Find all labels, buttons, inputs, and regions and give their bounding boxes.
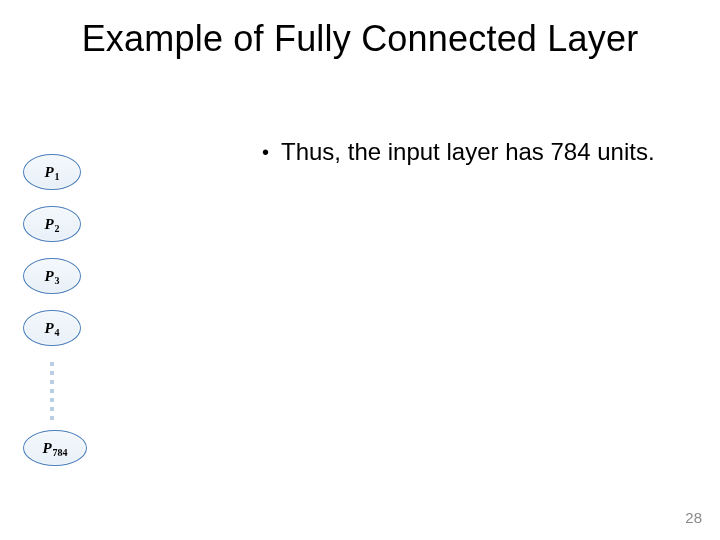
unit-node: P784	[23, 430, 87, 466]
dot-icon	[50, 389, 54, 393]
unit-sub: 2	[55, 223, 60, 234]
unit-node: P1	[23, 154, 81, 190]
unit-sub: 3	[55, 275, 60, 286]
unit-sub: 1	[55, 171, 60, 182]
unit-sub: 784	[53, 447, 68, 458]
dot-icon	[50, 380, 54, 384]
unit-node: P4	[23, 310, 81, 346]
dot-icon	[50, 362, 54, 366]
dot-icon	[50, 416, 54, 420]
dot-icon	[50, 407, 54, 411]
unit-var: P	[44, 216, 53, 233]
dot-icon	[50, 371, 54, 375]
unit-var: P	[44, 320, 53, 337]
unit-sub: 4	[55, 327, 60, 338]
unit-node: P3	[23, 258, 81, 294]
input-layer-diagram: P1 P2 P3 P4 P784	[23, 154, 87, 466]
unit-node: P2	[23, 206, 81, 242]
bullet-text: Thus, the input layer has 784 units.	[281, 138, 655, 166]
slide-title: Example of Fully Connected Layer	[0, 18, 720, 60]
ellipsis-dots	[50, 362, 87, 420]
page-number: 28	[685, 509, 702, 526]
dot-icon	[50, 398, 54, 402]
unit-var: P	[42, 440, 51, 457]
slide: Example of Fully Connected Layer • Thus,…	[0, 0, 720, 540]
unit-var: P	[44, 268, 53, 285]
unit-var: P	[44, 164, 53, 181]
bullet-marker: •	[262, 138, 269, 166]
bullet-item: • Thus, the input layer has 784 units.	[262, 138, 655, 166]
